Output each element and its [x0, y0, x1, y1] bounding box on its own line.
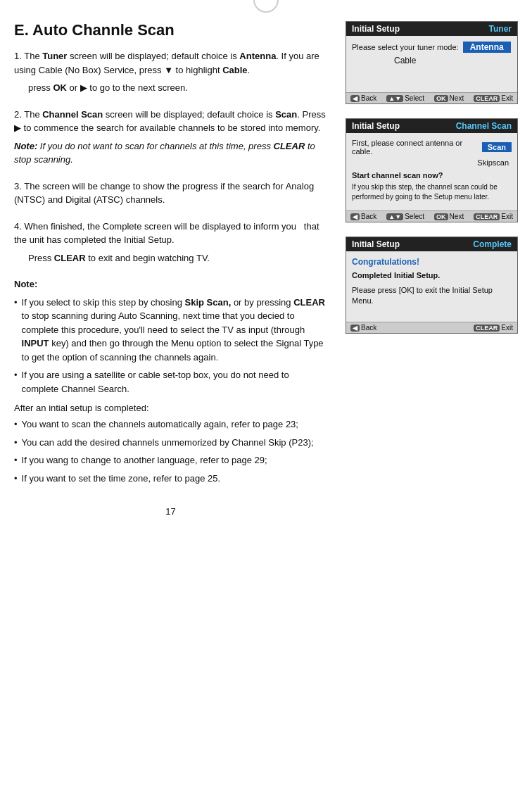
- page-title: E. Auto Channle Scan: [14, 21, 327, 39]
- step-3-text: 3. The screen will be change to show the…: [14, 180, 327, 207]
- note-bullet-2: If you are using a satellite or cable se…: [14, 368, 327, 396]
- after-bullet-4: If you want to set the time zone, refer …: [14, 472, 327, 486]
- tuner-header: Initial Setup Tuner: [346, 22, 517, 36]
- antenna-option[interactable]: Antenna: [463, 42, 511, 53]
- complete-back-label: Back: [361, 324, 376, 332]
- complete-body: Congratulations! Completed Initial Setup…: [346, 251, 517, 322]
- scan-select-icon: ▲▼: [386, 213, 403, 220]
- step-1-block: 1. The Tuner screen will be displayed; d…: [14, 49, 327, 95]
- after-bullet-3: If you wang to change to another languag…: [14, 453, 327, 467]
- tuner-header-left: Initial Setup: [352, 24, 400, 34]
- channel-scan-ui-box: Initial Setup Channel Scan First, please…: [346, 118, 518, 222]
- tuner-mode-row: Please select your tuner mode: Antenna: [352, 42, 512, 53]
- tuner-prompt: Please select your tuner mode:: [352, 43, 459, 51]
- tuner-ui-box: Initial Setup Tuner Please select your t…: [346, 21, 518, 104]
- after-setup-block: After an intial setup is completed: You …: [14, 403, 327, 485]
- tuner-next-label: Next: [450, 94, 464, 102]
- skipscan-option[interactable]: Skipscan: [352, 158, 512, 167]
- complete-back-icon: ◀: [350, 325, 360, 332]
- scan-prompt: First, please connect antenna or cable.: [352, 139, 478, 156]
- tuner-body: Please select your tuner mode: Antenna C…: [346, 36, 517, 92]
- scan-mode-row: First, please connect antenna or cable. …: [352, 139, 512, 156]
- congrats-text: Congratulations!: [352, 257, 512, 267]
- after-bullet-1: You want to scan the channels automatica…: [14, 417, 327, 432]
- select-btn-icon: ▲▼: [386, 95, 403, 102]
- tuner-back-label: Back: [361, 94, 376, 102]
- scan-ok-icon: OK: [434, 213, 448, 220]
- tuner-back: ◀ Back: [350, 94, 376, 102]
- step-4-block: 4. When finished, the Complete screen wi…: [14, 220, 327, 265]
- scan-select-label: Select: [405, 213, 424, 220]
- tuner-select-label: Select: [405, 94, 424, 102]
- back-btn-icon: ◀: [350, 95, 360, 102]
- complete-footer: ◀ Back CLEAR Exit: [346, 322, 517, 333]
- complete-clear-icon: CLEAR: [474, 325, 500, 332]
- press-ok-text: Please press [OK] to exit the Initial Se…: [352, 285, 512, 307]
- cable-option[interactable]: Cable: [352, 56, 512, 65]
- complete-back: ◀ Back: [350, 324, 376, 332]
- channel-scan-header-left: Initial Setup: [352, 121, 400, 131]
- tuner-exit: CLEAR Exit: [474, 94, 513, 102]
- after-bullet-2: You can add the desired channels unmemor…: [14, 436, 327, 450]
- tuner-next: OK Next: [434, 94, 464, 102]
- scan-option[interactable]: Scan: [482, 142, 512, 152]
- scan-start-text: Start channel scan now?: [352, 171, 512, 180]
- completed-text: Completed Initial Setup.: [352, 271, 512, 279]
- complete-exit-label: Exit: [501, 324, 513, 332]
- step-2-text: 2. The Channel Scan screen will be displ…: [14, 108, 327, 135]
- after-setup-intro: After an intial setup is completed:: [14, 403, 327, 413]
- step-3-block: 3. The screen will be change to show the…: [14, 180, 327, 207]
- complete-header: Initial Setup Complete: [346, 237, 517, 251]
- tuner-exit-label: Exit: [501, 94, 513, 102]
- channel-scan-body: First, please connect antenna or cable. …: [346, 133, 517, 210]
- complete-ui-box: Initial Setup Complete Congratulations! …: [346, 237, 518, 334]
- channel-scan-header: Initial Setup Channel Scan: [346, 119, 517, 133]
- step-4-sub: Press CLEAR to exit and begin watching T…: [14, 251, 327, 265]
- step-4-text: 4. When finished, the Complete screen wi…: [14, 220, 327, 247]
- main-note-block: Note: If you select to skip this step by…: [14, 277, 327, 396]
- channel-scan-footer: ◀ Back ▲▼ Select OK Next CLEAR Exit: [346, 210, 517, 222]
- left-column: E. Auto Channle Scan 1. The Tuner screen…: [14, 21, 334, 517]
- scan-back-icon: ◀: [350, 213, 360, 220]
- scan-info-text: If you skip this step, the channel scan …: [352, 182, 512, 202]
- complete-header-left: Initial Setup: [352, 239, 400, 249]
- note-label-text: Note:: [14, 277, 327, 291]
- note-bullet-1: If you select to skip this step by chosi…: [14, 296, 327, 365]
- page-number: 17: [14, 506, 327, 517]
- step-2-note: Note: If you do not want to scan for cha…: [14, 139, 327, 167]
- tuner-footer: ◀ Back ▲▼ Select OK Next CLEAR Exit: [346, 92, 517, 103]
- scan-next: OK Next: [434, 213, 464, 220]
- scan-clear-icon: CLEAR: [474, 213, 500, 220]
- clear-btn-icon: CLEAR: [474, 95, 500, 102]
- scan-next-label: Next: [450, 213, 464, 220]
- after-setup-list: You want to scan the channels automatica…: [14, 417, 327, 485]
- scan-exit-label: Exit: [501, 213, 513, 220]
- complete-header-right: Complete: [473, 239, 512, 249]
- step-1-text: 1. The Tuner screen will be displayed; d…: [14, 49, 327, 77]
- step-2-block: 2. The Channel Scan screen will be displ…: [14, 108, 327, 167]
- note-bullet-list: If you select to skip this step by chosi…: [14, 296, 327, 396]
- scan-select: ▲▼ Select: [386, 213, 424, 220]
- tuner-header-right: Tuner: [489, 24, 512, 34]
- channel-scan-header-right: Channel Scan: [456, 121, 512, 131]
- scan-back-label: Back: [361, 213, 376, 220]
- right-column: Initial Setup Tuner Please select your t…: [346, 21, 518, 517]
- scan-exit: CLEAR Exit: [474, 213, 513, 220]
- complete-exit: CLEAR Exit: [474, 324, 513, 332]
- step-1-sub: press OK or ▶ to go to the next screen.: [14, 81, 327, 95]
- tuner-select: ▲▼ Select: [386, 94, 424, 102]
- ok-btn-icon: OK: [434, 95, 448, 102]
- scan-back: ◀ Back: [350, 213, 376, 220]
